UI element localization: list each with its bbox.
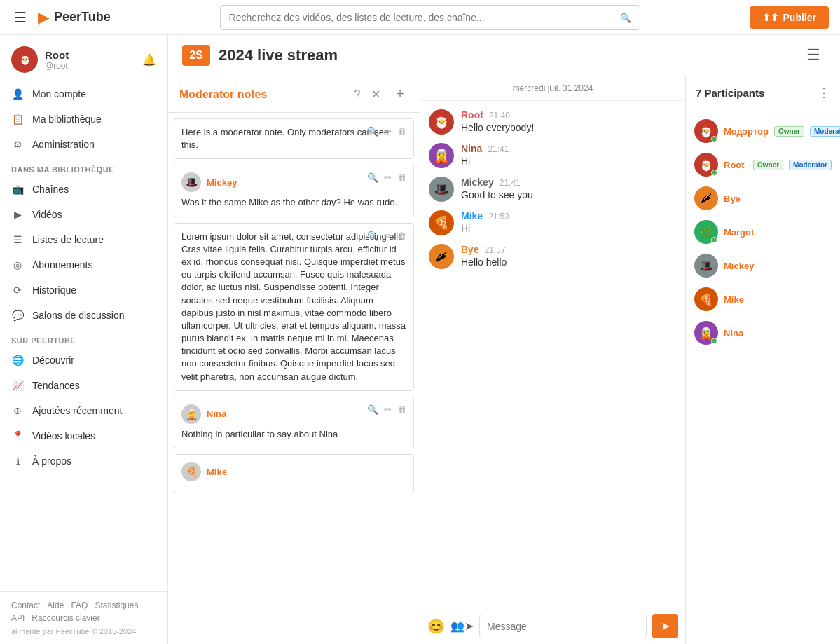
sidebar-item-label: Administration [32,139,95,150]
participant-name: Mike [724,294,832,305]
main-layout: 🎅 Root @root 👤 Mon compte 📋 Ma bibliothè… [0,35,840,644]
chat-message: 🎅 Root 21:40 Hello everybody! [429,109,677,135]
local-icon: 📍 [11,430,24,441]
role-badge-moderator: Moderator [810,126,840,137]
sidebar-item-salons[interactable]: 💬 Salons de discussion [0,303,167,328]
chat-message: 🎩 Mickey 21:41 Good to see you [429,177,677,202]
participant-avatar-wrap: 🎅 [694,153,718,177]
logo-text: PeerTube [54,10,111,25]
search-bar [220,5,640,30]
note-edit-button[interactable]: ✏ [383,171,393,184]
send-button[interactable]: ➤ [652,614,678,638]
note-edit-button[interactable]: ✏ [383,229,393,242]
participant-avatar-wrap: 🎩 [694,254,718,278]
mod-notes-help-button[interactable]: ? [351,87,363,102]
close-icon: ✕ [371,88,380,100]
logo-icon: ▶ [38,9,48,26]
stream-menu-button[interactable]: ☰ [801,43,826,67]
stream-title: 2024 live stream [219,46,338,64]
note-edit-button[interactable]: ✏ [383,125,393,138]
note-username: Mickey [207,177,237,188]
sidebar-item-label: Vidéos locales [32,430,95,441]
sidebar-item-ma-bibliotheque[interactable]: 📋 Ma bibliothèque [0,107,167,132]
chat-content: Mike 21:53 Hi [461,210,677,234]
participant-item: 🌶 Bye [686,182,840,214]
note-delete-button[interactable]: 🗑 [396,403,408,416]
notification-button[interactable] [142,53,156,67]
chat-user-line: Root 21:40 [461,109,677,121]
note-search-button[interactable]: 🔍 [366,171,380,184]
sidebar-item-chaines[interactable]: 📺 Chaînes [0,177,167,202]
avatar: 🎅 [11,46,38,73]
participant-avatar-wrap: 🎅 [694,119,718,143]
sidebar-item-abonnements[interactable]: ◎ Abonnements [0,252,167,278]
publish-icon: ⬆ [762,12,779,23]
sidebar-item-label: Ma bibliothèque [32,114,102,125]
note-text: Nothing in particuliar to say about Nina [181,428,406,441]
sidebar-user-section: 🎅 Root @root [0,35,167,81]
participants-title: 7 Participants [696,87,764,99]
stream-body: Moderator notes ? ✕ + [168,76,840,644]
user-avatar-emoji: 🎅 [19,54,31,65]
footer-link-statistiques[interactable]: Statistiques [95,601,138,610]
mod-notes-add-button[interactable]: + [392,85,408,104]
sidebar-item-listes-lecture[interactable]: ☰ Listes de lecture [0,227,167,252]
stream-title-area: 2S 2024 live stream [182,45,338,66]
sidebar-item-label: À propos [32,455,71,467]
gear-icon: ⚙ [11,139,24,150]
stream-header: 2S 2024 live stream ☰ [168,35,840,76]
footer-link-aide[interactable]: Aide [47,601,64,610]
sidebar-item-tendances[interactable]: 📈 Tendances [0,373,167,398]
sidebar-item-ajoutees[interactable]: ⊕ Ajoutées récemment [0,398,167,423]
note-edit-button[interactable]: ✏ [383,403,393,416]
sidebar-item-label: Vidéos [32,209,62,220]
message-input[interactable] [479,615,647,638]
hamburger-button[interactable] [11,6,29,29]
add-user-button[interactable]: 👥➤ [450,619,474,633]
mod-notes-close-button[interactable]: ✕ [369,86,383,102]
note-text: Was it the same Mike as the other day? H… [181,196,406,209]
sidebar-item-mon-compte[interactable]: 👤 Mon compte [0,81,167,107]
sidebar-item-apropos[interactable]: ℹ À propos [0,448,167,474]
chat-user-line: Mike 21:53 [461,210,677,221]
publish-label: Publier [783,12,816,23]
participant-avatar-wrap: 🧝 [694,321,718,345]
note-search-button[interactable]: 🔍 [366,229,380,242]
footer-link-raccourcis[interactable]: Raccourcis clavier [32,613,99,623]
search-button[interactable] [612,6,640,29]
sidebar-item-historique[interactable]: ⟳ Historique [0,278,167,303]
note-delete-button[interactable]: 🗑 [396,125,408,138]
participants-menu-button[interactable]: ⋮ [818,85,830,100]
chat-text: Hi [461,156,677,167]
participant-name: Margot [724,227,832,238]
sidebar-item-locales[interactable]: 📍 Vidéos locales [0,423,167,448]
publish-button[interactable]: ⬆ Publier [750,6,829,29]
footer-link-api[interactable]: API [11,613,25,623]
participant-name: Root [724,160,748,170]
send-icon: ➤ [661,620,670,632]
footer-link-faq[interactable]: FAQ [71,601,88,610]
chat-avatar: 🍕 [429,210,454,235]
note-search-button[interactable]: 🔍 [366,403,380,416]
emoji-icon: 😊 [427,619,445,634]
powered-text: alimenté par PeerTube © 2015-2024 [11,627,156,636]
library-icon: 📋 [11,114,24,125]
sidebar-item-administration[interactable]: ⚙ Administration [0,132,167,157]
footer-link-contact[interactable]: Contact [11,601,40,610]
sidebar-item-label: Découvrir [32,355,74,366]
note-delete-button[interactable]: 🗑 [396,229,408,242]
note-search-button[interactable]: 🔍 [366,125,380,138]
sidebar-item-videos[interactable]: ▶ Vidéos [0,202,167,227]
mod-note-item: 🍕 Mike [174,454,414,493]
sidebar-item-decouvrir[interactable]: 🌐 Découvrir [0,348,167,373]
chat-username: Nina [461,143,482,154]
sidebar-item-label: Chaînes [32,184,69,195]
participant-name: Nina [724,328,832,338]
sidebar-footer: Contact Aide FAQ Statistiques API Raccou… [0,591,167,644]
chat-message: 🧝 Nina 21:41 Hi [429,143,677,168]
note-delete-button[interactable]: 🗑 [396,171,408,184]
chat-avatar: 🧝 [429,143,454,168]
emoji-button[interactable]: 😊 [427,618,445,635]
search-input[interactable] [221,6,612,29]
participant-avatar-wrap: 🌶 [694,186,718,210]
